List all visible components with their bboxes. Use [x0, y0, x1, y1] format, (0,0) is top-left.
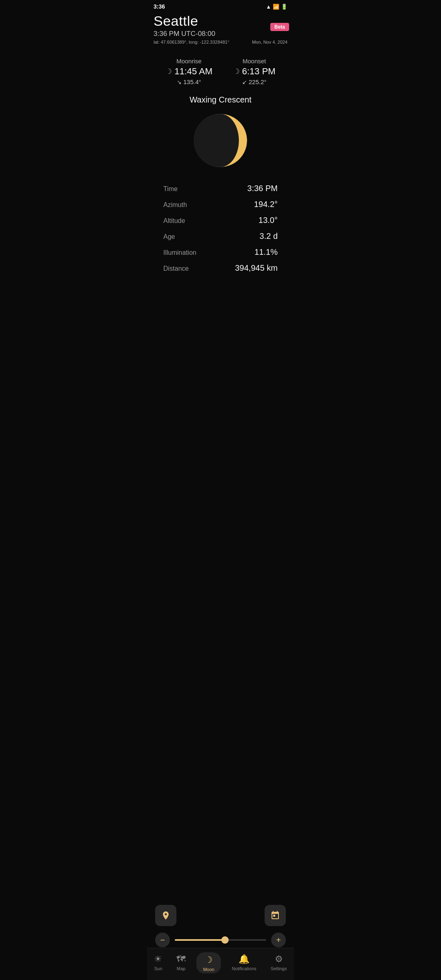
moonset-angle: 225.2° — [249, 78, 267, 85]
time-label: Time — [163, 185, 178, 193]
moon-rise-set: Moonrise ☽ 11:45 AM ↘ 135.4° Moonset ☽ 6… — [147, 51, 294, 89]
azimuth-label: Azimuth — [163, 201, 187, 209]
distance-label: Distance — [163, 265, 189, 272]
moonrise-label: Moonrise — [176, 58, 202, 65]
moonrise-time-row: ☽ 11:45 AM — [165, 66, 212, 77]
moonrise-arrow-icon: ☽ — [165, 67, 172, 76]
illumination-label: Illumination — [163, 249, 196, 256]
lat-long: lat: 47.6061389°, long: -122.3328481° — [154, 40, 229, 45]
illumination-row: Illumination 11.1% — [163, 244, 278, 260]
beta-badge: Beta — [270, 23, 289, 31]
moonrise-time: 11:45 AM — [174, 66, 212, 77]
status-icons: ▲ 📶 🔋 — [266, 4, 287, 10]
moonset-time: 6:13 PM — [242, 66, 276, 77]
altitude-row: Altitude 13.0° — [163, 212, 278, 228]
status-time: 3:36 — [154, 3, 165, 10]
time-utc: 3:36 PM UTC-08:00 — [154, 30, 287, 38]
age-row: Age 3.2 d — [163, 228, 278, 244]
signal-icon: 📶 — [273, 4, 279, 10]
azimuth-value: 194.2° — [254, 200, 278, 209]
azimuth-row: Azimuth 194.2° — [163, 196, 278, 212]
moonset-angle-icon: ↙ — [242, 79, 247, 85]
moonrise-angle-icon: ↘ — [177, 79, 182, 85]
moonset-angle-row: ↙ 225.2° — [242, 78, 267, 85]
moonset-label: Moonset — [243, 58, 266, 65]
altitude-label: Altitude — [163, 217, 185, 225]
illumination-value: 11.1% — [254, 247, 278, 257]
moonset-arrow-icon: ☽ — [233, 67, 240, 76]
distance-row: Distance 394,945 km — [163, 260, 278, 276]
distance-value: 394,945 km — [235, 263, 278, 273]
date: Mon, Nov 4, 2024 — [252, 40, 287, 45]
status-bar: 3:36 ▲ 📶 🔋 — [147, 0, 294, 11]
moonset-time-row: ☽ 6:13 PM — [233, 66, 276, 77]
moonrise-col: Moonrise ☽ 11:45 AM ↘ 135.4° — [165, 58, 212, 85]
city-name: Seattle — [154, 13, 287, 29]
battery-icon: 🔋 — [281, 4, 287, 10]
time-row: Time 3:36 PM — [163, 180, 278, 196]
moonset-col: Moonset ☽ 6:13 PM ↙ 225.2° — [233, 58, 276, 85]
location-date-row: lat: 47.6061389°, long: -122.3328481° Mo… — [154, 40, 287, 45]
moon-graphic — [192, 112, 249, 169]
age-value: 3.2 d — [260, 232, 278, 241]
moon-data: Time 3:36 PM Azimuth 194.2° Altitude 13.… — [147, 177, 294, 279]
altitude-value: 13.0° — [258, 216, 278, 225]
age-label: Age — [163, 233, 175, 241]
moon-container — [147, 108, 294, 177]
time-value: 3:36 PM — [247, 184, 278, 193]
wifi-icon: ▲ — [266, 4, 271, 10]
moonrise-angle: 135.4° — [183, 78, 201, 85]
moonrise-angle-row: ↘ 135.4° — [177, 78, 201, 85]
moon-phase-label: Waxing Crescent — [147, 95, 294, 105]
